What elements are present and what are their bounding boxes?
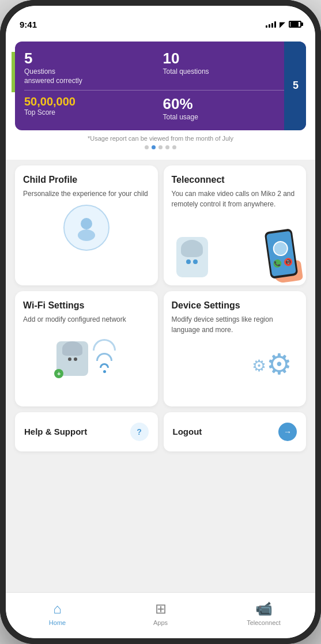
stat-score-label: Top Score [24, 108, 158, 118]
stat-usage: 60% Total usage [163, 95, 297, 122]
gear-large-icon: ⚙ [266, 348, 292, 381]
stat-answered-number: 5 [24, 50, 158, 67]
stat-top-score: 50,00,000 Top Score [24, 95, 158, 122]
teleconnect-tab-icon: 📹 [255, 601, 273, 617]
tab-teleconnect[interactable]: 📹 Teleconnect [212, 601, 315, 631]
usage-note: *Usage report can be viewed from the mon… [15, 135, 306, 142]
dot-3 [158, 145, 163, 149]
dot-1 [145, 145, 149, 149]
stats-card: 5 Questionsanswered correctly 10 Total q… [15, 42, 306, 130]
side-tab: 5 [284, 42, 306, 130]
dot-5 [172, 145, 176, 149]
device-image: ⚙ ⚙ [172, 335, 299, 381]
gear-small-icon: ⚙ [252, 356, 266, 375]
child-avatar-icon [63, 205, 109, 251]
wifi-title: Wi-Fi Settings [23, 300, 150, 311]
tab-apps[interactable]: ⊞ Apps [109, 601, 212, 631]
logout-arrow-icon: → [278, 423, 297, 441]
side-tab-number: 5 [293, 80, 299, 92]
wifi-arcs [93, 339, 116, 373]
stat-answered-label: Questionsanswered correctly [24, 67, 158, 85]
wifi-robot: + [56, 339, 88, 374]
arrow-right-icon: → [284, 427, 292, 436]
pagination-dots [15, 145, 306, 149]
stat-total-questions: 10 Total questions [163, 50, 297, 85]
signal-bars-icon [266, 21, 276, 28]
stat-score-number: 50,00,000 [24, 95, 158, 108]
status-icons: ◤ [266, 20, 301, 29]
wifi-icon: ◤ [280, 20, 285, 29]
stat-total-label: Total questions [163, 67, 297, 77]
teleconnect-image: 📞 📵 [172, 214, 299, 277]
child-profile-title: Child Profile [23, 175, 150, 185]
stats-section: 5 Questionsanswered correctly 10 Total q… [6, 35, 315, 160]
cards-grid: Child Profile Personalize the experience… [6, 160, 315, 412]
home-icon: ⌂ [53, 601, 62, 617]
stat-questions-answered: 5 Questionsanswered correctly [24, 50, 158, 85]
device-desc: Modify device settings like region langu… [172, 314, 299, 335]
content-area: 5 Questionsanswered correctly 10 Total q… [6, 35, 315, 592]
dot-2 [152, 145, 156, 149]
wifi-settings-card[interactable]: Wi-Fi Settings Add or modify configured … [15, 291, 158, 406]
teleconnect-desc: You can make video calls on Miko 2 and r… [172, 189, 299, 209]
help-support-label: Help & Support [24, 427, 87, 436]
teleconnect-card[interactable]: Teleconnect You can make video calls on … [164, 165, 307, 285]
stat-usage-label: Total usage [163, 113, 297, 122]
child-profile-desc: Personalize the experience for your chil… [23, 189, 150, 199]
help-support-button[interactable]: Help & Support ? [15, 412, 158, 451]
tab-home[interactable]: ⌂ Home [6, 601, 109, 631]
apps-icon: ⊞ [155, 601, 167, 617]
svg-point-0 [81, 218, 92, 229]
device-title: Device Settings [172, 300, 299, 311]
logout-button[interactable]: Logout → [164, 412, 307, 451]
child-profile-image [23, 205, 150, 251]
tab-home-label: Home [49, 619, 66, 626]
phone-frame: 9:41 ◤ [0, 0, 321, 644]
tab-apps-label: Apps [153, 619, 168, 626]
stat-usage-number: 60% [163, 95, 297, 113]
wifi-image: + [23, 330, 150, 382]
miko-robot-shape [176, 237, 208, 277]
question-mark-icon: ? [137, 427, 142, 436]
help-icon-circle: ? [130, 423, 149, 441]
device-settings-card[interactable]: Device Settings Modify device settings l… [164, 291, 307, 406]
child-profile-card[interactable]: Child Profile Personalize the experience… [15, 165, 158, 285]
battery-icon [289, 21, 301, 28]
dot-4 [165, 145, 169, 149]
stat-total-number: 10 [163, 50, 297, 67]
phone-hand: 📞 📵 [267, 230, 295, 277]
teleconnect-title: Teleconnect [172, 175, 299, 185]
tab-bar: ⌂ Home ⊞ Apps 📹 Teleconnect [6, 592, 315, 638]
screen: 9:41 ◤ [6, 6, 315, 638]
status-bar: 9:41 ◤ [6, 6, 315, 35]
logout-label: Logout [173, 427, 202, 436]
bottom-buttons: Help & Support ? Logout → [6, 412, 315, 458]
status-time: 9:41 [20, 20, 37, 29]
tab-teleconnect-label: Teleconnect [247, 619, 281, 626]
wifi-desc: Add or modify configured network [23, 314, 150, 325]
svg-point-1 [78, 229, 95, 241]
